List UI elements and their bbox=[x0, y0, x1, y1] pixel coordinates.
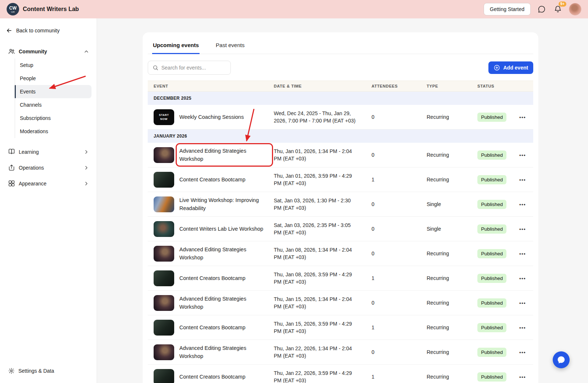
chevron-right-icon bbox=[83, 181, 89, 187]
community-icon bbox=[8, 48, 15, 55]
event-title[interactable]: Weekly Coaching Sessions bbox=[179, 113, 244, 121]
events-search[interactable] bbox=[148, 61, 231, 75]
settings-label: Settings & Data bbox=[18, 368, 54, 374]
event-title[interactable]: Advanced Editing Strategies Workshop bbox=[179, 147, 269, 163]
sidebar-item-channels[interactable]: Channels bbox=[15, 98, 92, 111]
event-type: Recurring bbox=[427, 349, 477, 355]
column-header-attendees: ATTENDEES bbox=[372, 84, 427, 88]
column-header-type: TYPE bbox=[427, 84, 477, 88]
event-thumbnail bbox=[154, 344, 174, 360]
messages-icon[interactable] bbox=[537, 4, 547, 14]
row-actions-button[interactable]: ••• bbox=[518, 249, 527, 258]
event-row[interactable]: Content Creators Bootcamp Thu, Jan 08, 2… bbox=[148, 266, 533, 291]
event-row[interactable]: Advanced Editing Strategies Workshop Thu… bbox=[148, 340, 533, 365]
row-actions-button[interactable]: ••• bbox=[518, 151, 527, 159]
event-status-badge: Published bbox=[477, 224, 506, 234]
month-section-row: DECEMBER 2025 bbox=[148, 92, 533, 105]
app-logo[interactable]: CW Lab bbox=[7, 3, 19, 15]
event-row[interactable]: Content Creators Bootcamp Thu, Jan 01, 2… bbox=[148, 167, 533, 192]
event-status-badge: Published bbox=[477, 323, 506, 332]
search-input[interactable] bbox=[161, 65, 228, 71]
event-title[interactable]: Advanced Editing Strategies Workshop bbox=[179, 245, 269, 262]
event-row[interactable]: Advanced Editing Strategies Workshop Thu… bbox=[148, 143, 533, 167]
event-title[interactable]: Content Creators Bootcamp bbox=[179, 373, 245, 381]
event-type: Recurring bbox=[427, 177, 477, 182]
event-row[interactable]: Live Writing Workshop: Improving Readabi… bbox=[148, 192, 533, 217]
row-actions-button[interactable]: ••• bbox=[518, 373, 527, 381]
sidebar-item-setup[interactable]: Setup bbox=[15, 58, 92, 72]
community-subitems: Setup People Events Channels Subscriptio… bbox=[15, 58, 92, 138]
event-title[interactable]: Live Writing Workshop: Improving Readabi… bbox=[179, 196, 269, 213]
event-status-badge: Published bbox=[477, 175, 506, 184]
row-actions-button[interactable]: ••• bbox=[518, 113, 527, 121]
month-label: DECEMBER 2025 bbox=[154, 96, 191, 101]
event-title[interactable]: Advanced Editing Strategies Workshop bbox=[179, 344, 269, 361]
sidebar-subitem-label: Setup bbox=[20, 62, 33, 68]
event-row[interactable]: Content Creators Bootcamp Thu, Jan 22, 2… bbox=[148, 365, 533, 383]
event-thumbnail: START NOW bbox=[154, 109, 174, 125]
row-actions-button[interactable]: ••• bbox=[518, 348, 527, 357]
event-type: Recurring bbox=[427, 152, 477, 158]
event-attendees: 0 bbox=[372, 226, 427, 232]
event-row[interactable]: Advanced Editing Strategies Workshop Thu… bbox=[148, 241, 533, 266]
event-datetime: Thu, Jan 22, 2026, 3:59 PM - 4:29 PM (EA… bbox=[274, 369, 372, 383]
event-title[interactable]: Content Creators Bootcamp bbox=[179, 274, 245, 282]
getting-started-button[interactable]: Getting Started bbox=[484, 3, 531, 15]
sidebar-item-people[interactable]: People bbox=[15, 72, 92, 85]
event-title[interactable]: Advanced Editing Strategies Workshop bbox=[179, 295, 269, 311]
row-actions-button[interactable]: ••• bbox=[518, 175, 527, 184]
user-avatar[interactable] bbox=[569, 3, 581, 15]
month-label: JANUARY 2026 bbox=[154, 134, 187, 139]
column-header-datetime: DATE & TIME bbox=[274, 84, 372, 88]
event-status-badge: Published bbox=[477, 150, 506, 160]
sidebar-item-appearance[interactable]: Appearance bbox=[6, 175, 92, 191]
logo-text: CW bbox=[9, 6, 17, 10]
sidebar: Back to community Community Setup People… bbox=[0, 18, 97, 383]
sidebar-item-learning[interactable]: Learning bbox=[6, 144, 92, 160]
event-row[interactable]: Advanced Editing Strategies Workshop Thu… bbox=[148, 291, 533, 315]
sidebar-item-operations[interactable]: Operations bbox=[6, 160, 92, 175]
sidebar-subitem-label: Events bbox=[20, 89, 36, 95]
sidebar-item-subscriptions[interactable]: Subscriptions bbox=[15, 111, 92, 125]
event-row[interactable]: START NOW Weekly Coaching Sessions Wed, … bbox=[148, 105, 533, 130]
event-thumbnail bbox=[154, 246, 174, 262]
chevron-up-icon bbox=[83, 49, 89, 54]
sidebar-group-community[interactable]: Community bbox=[6, 45, 92, 58]
event-title[interactable]: Content Writers Lab Live Workshop bbox=[179, 225, 263, 233]
tab-past-events[interactable]: Past events bbox=[215, 38, 245, 54]
settings-and-data-link[interactable]: Settings & Data bbox=[6, 362, 92, 376]
event-datetime: Thu, Jan 01, 2026, 1:34 PM - 2:04 PM (EA… bbox=[274, 148, 372, 163]
row-actions-button[interactable]: ••• bbox=[518, 225, 527, 233]
event-row[interactable]: Content Creators Bootcamp Thu, Jan 15, 2… bbox=[148, 315, 533, 340]
events-table-body: DECEMBER 2025 START NOW Weekly Coaching … bbox=[148, 92, 533, 383]
event-type: Single bbox=[427, 201, 477, 207]
appearance-icon bbox=[8, 180, 15, 187]
back-to-community-link[interactable]: Back to community bbox=[6, 27, 92, 34]
operations-icon bbox=[8, 164, 15, 171]
row-actions-button[interactable]: ••• bbox=[518, 323, 527, 332]
operations-label: Operations bbox=[19, 165, 44, 171]
tab-upcoming-events[interactable]: Upcoming events bbox=[152, 38, 200, 54]
learning-icon bbox=[8, 148, 15, 155]
chevron-right-icon bbox=[83, 149, 89, 155]
event-title[interactable]: Content Creators Bootcamp bbox=[179, 323, 245, 331]
notifications-icon[interactable]: 9+ bbox=[553, 4, 563, 14]
main-content: Upcoming events Past events Add event bbox=[97, 18, 588, 383]
event-title[interactable]: Content Creators Bootcamp bbox=[179, 175, 245, 184]
event-status-badge: Published bbox=[477, 249, 506, 258]
event-row[interactable]: Content Writers Lab Live Workshop Sat, J… bbox=[148, 217, 533, 241]
sidebar-item-events[interactable]: Events bbox=[15, 85, 92, 98]
event-status-badge: Published bbox=[477, 372, 506, 382]
event-status-badge: Published bbox=[477, 298, 506, 308]
event-type: Recurring bbox=[427, 114, 477, 120]
column-header-event: EVENT bbox=[154, 84, 274, 88]
row-actions-button[interactable]: ••• bbox=[518, 299, 527, 307]
sidebar-subitem-label: Moderations bbox=[20, 128, 48, 134]
sidebar-item-moderations[interactable]: Moderations bbox=[15, 125, 92, 138]
row-actions-button[interactable]: ••• bbox=[518, 200, 527, 209]
appearance-label: Appearance bbox=[19, 181, 47, 187]
add-event-button[interactable]: Add event bbox=[488, 61, 533, 74]
row-actions-button[interactable]: ••• bbox=[518, 274, 527, 283]
chat-launcher-button[interactable] bbox=[553, 351, 570, 368]
event-datetime: Thu, Jan 15, 2026, 3:59 PM - 4:29 PM (EA… bbox=[274, 320, 372, 335]
